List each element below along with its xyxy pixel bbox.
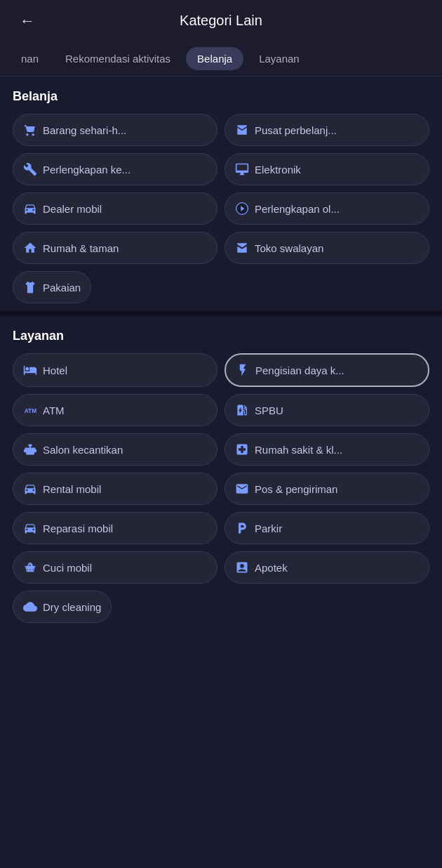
category-cuci[interactable]: Cuci mobil: [13, 551, 217, 584]
belanja-title: Belanja: [13, 89, 429, 104]
monitor-icon: [235, 162, 249, 176]
charge-icon: [236, 363, 250, 377]
tab-bar: nan Rekomendasi aktivitas Belanja Layana…: [0, 41, 442, 77]
category-hotel-label: Hotel: [43, 364, 67, 376]
category-pengisian-label: Pengisian daya k...: [255, 364, 344, 376]
layanan-title: Layanan: [13, 329, 429, 343]
category-apotek[interactable]: Apotek: [225, 551, 429, 584]
category-rumahsakit-label: Rumah sakit & kl...: [255, 444, 342, 456]
category-pos[interactable]: Pos & pengiriman: [225, 473, 429, 505]
category-spbu[interactable]: SPBU: [225, 394, 429, 426]
store-icon: [235, 123, 249, 137]
svg-text:ATM: ATM: [25, 407, 36, 414]
category-rumah-label: Rumah & taman: [43, 242, 119, 254]
category-pakaian-label: Pakaian: [43, 282, 81, 294]
atm-icon: ATM: [23, 403, 37, 417]
category-elektronik[interactable]: Elektronik: [225, 153, 429, 185]
category-reparasi-label: Reparasi mobil: [43, 522, 113, 534]
category-pakaian[interactable]: Pakaian: [13, 271, 91, 303]
hospital-icon: [235, 442, 249, 456]
tab-rekomendasi[interactable]: Rekomendasi aktivitas: [54, 47, 182, 70]
category-pos-label: Pos & pengiriman: [255, 483, 337, 495]
category-pusat[interactable]: Pusat perbelanj...: [225, 114, 429, 146]
page-title: Kategori Lain: [180, 13, 262, 29]
tab-layanan[interactable]: Layanan: [248, 47, 311, 70]
carwash-icon: [23, 560, 37, 574]
repair-icon: [23, 521, 37, 535]
category-rumahsakit[interactable]: Rumah sakit & kl...: [225, 433, 429, 466]
category-dealer-label: Dealer mobil: [43, 203, 102, 215]
category-parkir-label: Parkir: [255, 522, 282, 534]
pharmacy-icon: [235, 560, 249, 574]
dryclean-icon: [23, 600, 37, 614]
back-button[interactable]: ←: [14, 9, 41, 33]
category-toko[interactable]: Toko swalayan: [225, 232, 429, 264]
category-pengisian[interactable]: Pengisian daya k...: [225, 353, 429, 387]
home-icon: [23, 241, 37, 255]
category-perlengkapan-ol-label: Perlengkapan ol...: [255, 203, 340, 215]
bed-icon: [23, 363, 37, 377]
mail-icon: [235, 482, 249, 496]
category-barang-label: Barang sehari-h...: [43, 124, 126, 136]
category-atm[interactable]: ATM ATM: [13, 394, 217, 426]
header: ← Kategori Lain: [0, 0, 442, 41]
category-rental-label: Rental mobil: [43, 483, 101, 495]
category-perlengkapan-ke-label: Perlengkapan ke...: [43, 164, 130, 176]
belanja-section: Belanja Barang sehari-h... Pusat perbela…: [0, 77, 442, 310]
category-rumah[interactable]: Rumah & taman: [13, 232, 217, 264]
tab-belanja[interactable]: Belanja: [186, 47, 243, 70]
cart-icon: [23, 123, 37, 137]
layanan-grid: Hotel Pengisian daya k... ATM ATM SPBU S…: [13, 353, 429, 623]
category-perlengkapan-ke[interactable]: Perlengkapan ke...: [13, 153, 217, 185]
category-salon-label: Salon kecantikan: [43, 444, 123, 456]
tools-icon: [23, 162, 37, 176]
shop-icon: [235, 241, 249, 255]
belanja-grid: Barang sehari-h... Pusat perbelanj... Pe…: [13, 114, 429, 303]
category-perlengkapan-ol[interactable]: Perlengkapan ol...: [225, 192, 429, 225]
category-dry-label: Dry cleaning: [43, 601, 101, 613]
car-icon: [23, 202, 37, 216]
category-salon[interactable]: Salon kecantikan: [13, 433, 217, 466]
category-apotek-label: Apotek: [255, 562, 288, 574]
category-spbu-label: SPBU: [255, 405, 283, 416]
category-hotel[interactable]: Hotel: [13, 353, 217, 387]
category-dealer[interactable]: Dealer mobil: [13, 192, 217, 225]
shirt-icon: [23, 280, 37, 294]
salon-icon: [23, 442, 37, 456]
category-atm-label: ATM: [43, 405, 65, 416]
category-toko-label: Toko swalayan: [255, 242, 323, 254]
category-reparasi[interactable]: Reparasi mobil: [13, 512, 217, 544]
category-elektronik-label: Elektronik: [255, 164, 301, 176]
category-dry[interactable]: Dry cleaning: [13, 591, 112, 623]
category-parkir[interactable]: Parkir: [225, 512, 429, 544]
parking-icon: [235, 521, 249, 535]
layanan-section: Layanan Hotel Pengisian daya k... ATM AT…: [0, 316, 442, 630]
rental-icon: [23, 482, 37, 496]
gas-icon: [235, 403, 249, 417]
section-divider: [0, 310, 442, 316]
category-pusat-label: Pusat perbelanj...: [255, 124, 337, 136]
sports-icon: [235, 202, 249, 216]
category-rental[interactable]: Rental mobil: [13, 473, 217, 505]
tab-nan[interactable]: nan: [10, 47, 50, 70]
category-barang[interactable]: Barang sehari-h...: [13, 114, 217, 146]
category-cuci-label: Cuci mobil: [43, 562, 92, 574]
